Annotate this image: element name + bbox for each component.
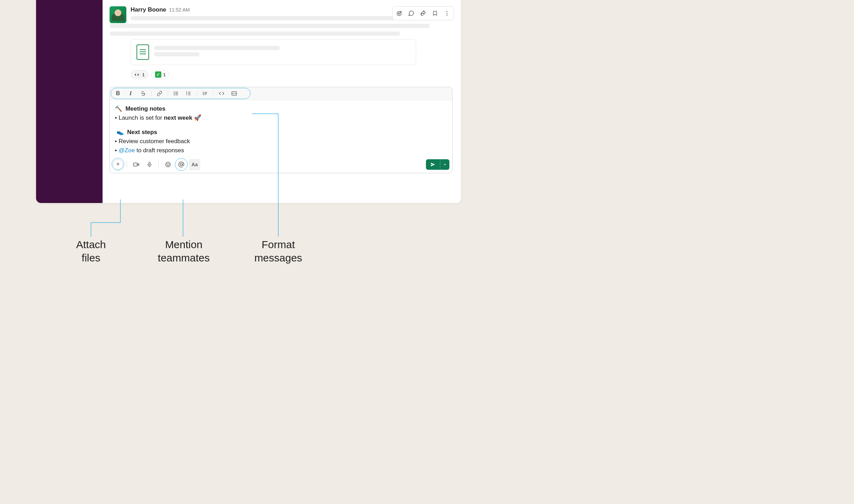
attachment-card[interactable]: [131, 39, 416, 65]
message-text-placeholder: [131, 16, 435, 20]
composer-heading: Meeting notes: [125, 105, 165, 112]
video-clip-button[interactable]: [131, 159, 142, 170]
svg-point-3: [447, 11, 448, 12]
message-text-placeholder: [110, 24, 430, 28]
svg-point-29: [167, 163, 168, 164]
svg-point-1: [398, 13, 399, 14]
bullet-strong: next week: [164, 114, 192, 121]
composer-heading: Next steps: [127, 129, 157, 135]
send-options-button[interactable]: [440, 159, 449, 170]
reactions-bar: 👀 1 ✓ 1: [131, 70, 454, 79]
message-hover-toolbar: [392, 6, 454, 20]
svg-point-10: [174, 92, 174, 92]
bullet-text: Review customer feedback: [119, 138, 190, 145]
code-button[interactable]: [216, 89, 227, 98]
send-button-group: [426, 159, 449, 170]
attach-button[interactable]: +: [113, 159, 123, 170]
emoji-button[interactable]: [162, 159, 174, 170]
svg-point-30: [169, 163, 169, 164]
callout-format: Format messages: [245, 238, 312, 264]
formatting-toggle-button[interactable]: Aa: [189, 159, 200, 170]
bullet-text: Launch is set for: [119, 114, 164, 121]
channel-pane: Harry Boone 11:52 AM 👀 1: [103, 0, 461, 203]
svg-rect-24: [134, 163, 138, 166]
share-icon[interactable]: [418, 8, 428, 19]
thread-icon[interactable]: [406, 8, 416, 19]
message-time: 11:52 AM: [169, 7, 190, 13]
more-actions-icon[interactable]: [442, 8, 452, 19]
slack-window: Harry Boone 11:52 AM 👀 1: [36, 0, 461, 203]
composer-textarea[interactable]: 🔨 Meeting notes Launch is set for next w…: [110, 100, 452, 158]
avatar[interactable]: [110, 6, 126, 23]
svg-text:3: 3: [186, 94, 187, 96]
shoe-icon: 👟: [117, 129, 124, 135]
svg-point-0: [397, 12, 401, 16]
svg-point-2: [399, 13, 400, 14]
svg-point-11: [174, 93, 174, 93]
svg-point-31: [180, 163, 182, 166]
mention[interactable]: @Zoe: [119, 147, 135, 154]
bullet-list-button[interactable]: [170, 89, 182, 98]
bold-button[interactable]: B: [112, 89, 124, 98]
composer-footer: +: [110, 158, 452, 173]
code-block-button[interactable]: [228, 89, 240, 98]
check-icon: ✓: [155, 71, 161, 78]
attachment-meta-placeholder: [154, 52, 200, 56]
message-composer: B I 123: [110, 87, 453, 173]
svg-point-12: [174, 94, 174, 95]
link-button[interactable]: [154, 89, 166, 98]
reaction-count: 1: [163, 72, 166, 77]
message-text-placeholder: [110, 31, 400, 36]
bullet-text: to draft responses: [135, 147, 184, 154]
svg-point-28: [166, 162, 170, 167]
svg-point-4: [447, 13, 448, 14]
attachment-title-placeholder: [154, 46, 280, 50]
message-author[interactable]: Harry Boone: [131, 6, 166, 13]
ordered-list-button[interactable]: 123: [183, 89, 195, 98]
svg-rect-26: [149, 162, 150, 165]
sidebar: [36, 0, 103, 203]
callout-mention: Mention teammates: [147, 238, 220, 264]
blockquote-button[interactable]: [199, 89, 211, 98]
audio-clip-button[interactable]: [144, 159, 155, 170]
mention-button[interactable]: [176, 159, 187, 170]
format-toolbar: B I 123: [110, 87, 452, 100]
reaction-eyes[interactable]: 👀 1: [131, 70, 148, 79]
gavel-icon: 🔨: [115, 105, 122, 112]
document-icon: [136, 44, 149, 60]
add-reaction-icon[interactable]: [394, 8, 405, 19]
strikethrough-button[interactable]: [137, 89, 149, 98]
reaction-count: 1: [142, 72, 145, 77]
callout-attach: Attach files: [70, 238, 112, 264]
svg-point-5: [447, 15, 448, 16]
rocket-icon: 🚀: [194, 114, 201, 121]
bookmark-icon[interactable]: [430, 8, 440, 19]
italic-button[interactable]: I: [125, 89, 136, 98]
send-button[interactable]: [426, 160, 440, 169]
eyes-icon: 👀: [134, 72, 140, 77]
reaction-check[interactable]: ✓ 1: [151, 70, 169, 79]
